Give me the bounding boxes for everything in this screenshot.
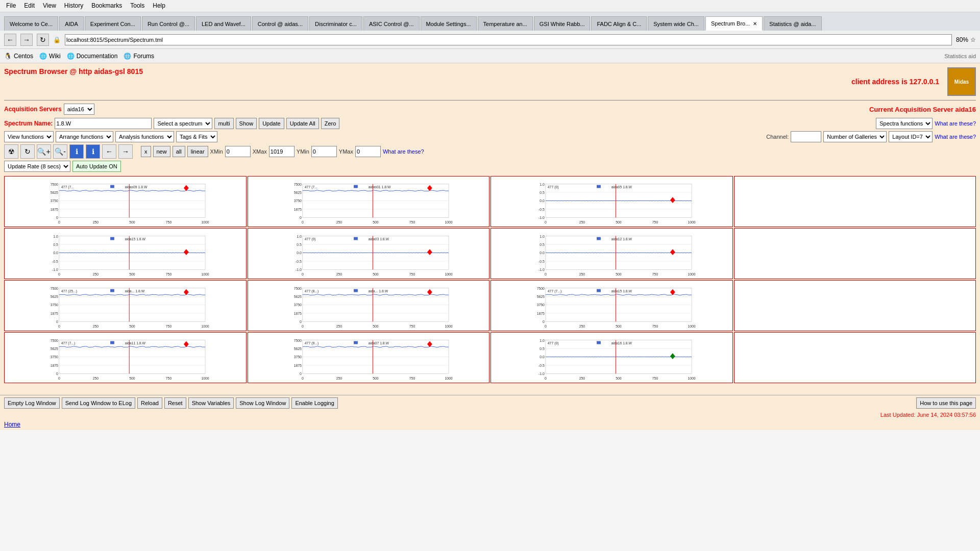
reload-button[interactable]: ↻: [37, 34, 49, 46]
menu-history[interactable]: History: [60, 1, 87, 11]
menu-tools[interactable]: Tools: [126, 1, 149, 11]
plot-cell-row1col0[interactable]: -1.0-0.50.00.51.002505007501000aida15 1.…: [4, 228, 247, 279]
back-button[interactable]: ←: [4, 34, 16, 46]
address-bar[interactable]: [65, 34, 952, 45]
empty-log-button[interactable]: Empty Log Window: [4, 397, 60, 409]
info-icon-btn[interactable]: ℹ: [69, 144, 84, 159]
zero-button[interactable]: Zero: [321, 118, 340, 129]
tab-spectrum[interactable]: Spectrum Bro...✕: [705, 16, 763, 31]
ymax-input[interactable]: [355, 146, 381, 157]
svg-text:0: 0: [58, 377, 60, 380]
zoom-in-icon-btn[interactable]: 🔍+: [37, 144, 51, 159]
bookmark-centos[interactable]: 🐧 Centos: [4, 53, 33, 60]
tab-asic[interactable]: ASIC Control @...: [363, 16, 420, 31]
auto-update-button[interactable]: Auto Update ON: [72, 161, 121, 172]
plot-cell-row1col1[interactable]: -1.0-0.50.00.51.002505007501000aida03 1.…: [248, 228, 490, 279]
radiation-icon-btn[interactable]: ☢: [4, 144, 18, 159]
plot-cell-row2col1[interactable]: 0187537505625750002505007501000aida... 1…: [248, 280, 490, 331]
plot-cell-row0col1[interactable]: 0187537505625750002505007501000aidas01 1…: [248, 176, 490, 227]
select-spectrum-dropdown[interactable]: Select a spectrum: [154, 118, 212, 129]
svg-text:500: 500: [129, 272, 135, 276]
tab-gsi[interactable]: GSI White Rabb...: [534, 16, 591, 31]
plot-cell-row3col2[interactable]: -1.0-0.50.00.51.002505007501000aida16 1.…: [491, 332, 733, 383]
plot-cell-row1col2[interactable]: -1.0-0.50.00.51.002505007501000aida12 1.…: [491, 228, 733, 279]
tab-aida[interactable]: AIDA: [59, 16, 84, 31]
menu-bookmarks[interactable]: Bookmarks: [87, 1, 126, 11]
home-link[interactable]: Home: [4, 421, 20, 428]
menu-edit[interactable]: Edit: [20, 1, 39, 11]
update-rate-select[interactable]: Update Rate (8 secs): [4, 161, 70, 172]
layout-id-select[interactable]: Layout ID=7: [889, 131, 933, 142]
ymin-input[interactable]: [311, 146, 337, 157]
spectra-functions-select[interactable]: Spectra functions: [876, 118, 933, 129]
tab-discriminator[interactable]: Discriminator c...: [309, 16, 362, 31]
page-title: Spectrum Browser @ http aidas-gsl 8015: [4, 67, 143, 76]
arrange-functions-select[interactable]: Arrange functions: [56, 131, 113, 142]
what-are-these-1[interactable]: What are these?: [935, 120, 976, 127]
update-button[interactable]: Update: [259, 118, 284, 129]
bookmark-wiki[interactable]: 🌐 Wiki: [39, 53, 61, 60]
send-log-button[interactable]: Send Log Window to ELog: [62, 397, 135, 409]
info2-icon-btn[interactable]: ℹ: [86, 144, 100, 159]
plot-cell-row3col3[interactable]: [734, 332, 976, 383]
xmax-input[interactable]: [269, 146, 295, 157]
plot-cell-row2col0[interactable]: 0187537505625750002505007501000aida... 1…: [4, 280, 247, 331]
show-variables-button[interactable]: Show Variables: [188, 397, 234, 409]
multi-button[interactable]: multi: [214, 118, 233, 129]
plot-cell-row0col2[interactable]: -1.0-0.50.00.51.002505007501000aida05 1.…: [491, 176, 733, 227]
menu-help[interactable]: Help: [149, 1, 169, 11]
plot-cell-row2col3[interactable]: [734, 280, 976, 331]
show-log-button[interactable]: Show Log Window: [236, 397, 289, 409]
channel-input[interactable]: [791, 131, 821, 142]
bookmark-documentation[interactable]: 🌐 Documentation: [67, 53, 118, 60]
what-are-these-3[interactable]: What are these?: [383, 148, 424, 155]
menu-view[interactable]: View: [39, 1, 60, 11]
reload-page-button[interactable]: Reload: [137, 397, 162, 409]
svg-text:250: 250: [579, 377, 585, 380]
number-of-galleries-select[interactable]: Number of Galleries: [823, 131, 887, 142]
next-icon-btn[interactable]: →: [118, 144, 133, 159]
svg-text:477 (8...): 477 (8...): [304, 289, 318, 293]
tab-experiment[interactable]: Experiment Con...: [85, 16, 141, 31]
zoom-out-icon-btn[interactable]: 🔍-: [53, 144, 67, 159]
forward-button[interactable]: →: [20, 34, 33, 46]
plot-cell-row1col3[interactable]: [734, 228, 976, 279]
tab-control[interactable]: Control @ aidas...: [252, 16, 308, 31]
update-all-button[interactable]: Update All: [286, 118, 319, 129]
plot-cell-row3col0[interactable]: 0187537505625750002505007501000aida11 1.…: [4, 332, 247, 383]
spectrum-name-input[interactable]: [55, 118, 152, 129]
tab-temperature[interactable]: Temperature an...: [478, 16, 533, 31]
how-to-button[interactable]: How to use this page: [916, 397, 976, 409]
all-button[interactable]: all: [173, 146, 185, 157]
tab-statistics[interactable]: Statistics @ aida...: [764, 16, 821, 31]
tab-led[interactable]: LED and Wavef...: [196, 16, 251, 31]
tab-welcome[interactable]: Welcome to Ce...: [4, 16, 58, 31]
enable-logging-button[interactable]: Enable Logging: [291, 397, 337, 409]
view-functions-select[interactable]: View functions: [4, 131, 54, 142]
refresh-icon-btn[interactable]: ↻: [20, 144, 35, 159]
spectrum-name-label: Spectrum Name:: [4, 120, 53, 127]
plot-cell-row0col0[interactable]: 0187537505625750002505007501000aidas09 1…: [4, 176, 247, 227]
tab-run-control[interactable]: Run Control @...: [142, 16, 195, 31]
tab-close-icon[interactable]: ✕: [753, 21, 757, 27]
tab-fadc[interactable]: FADC Align & C...: [591, 16, 647, 31]
linear-button[interactable]: linear: [187, 146, 208, 157]
x-button[interactable]: x: [141, 146, 151, 157]
new-button[interactable]: new: [153, 146, 170, 157]
menu-file[interactable]: File: [2, 1, 20, 11]
reset-button[interactable]: Reset: [164, 397, 186, 409]
bookmark-forums[interactable]: 🌐 Forums: [124, 53, 154, 60]
prev-icon-btn[interactable]: ←: [102, 144, 116, 159]
bookmark-star-icon[interactable]: ☆: [970, 36, 976, 43]
plot-cell-row2col2[interactable]: 0187537505625750002505007501000aida15 1.…: [491, 280, 733, 331]
xmin-input[interactable]: [225, 146, 251, 157]
plot-cell-row0col3[interactable]: [734, 176, 976, 227]
acquisition-server-select[interactable]: aida16: [64, 104, 94, 115]
tab-syswide[interactable]: System wide Ch...: [648, 16, 704, 31]
plot-cell-row3col1[interactable]: 0187537505625750002505007501000aida07 1.…: [248, 332, 490, 383]
what-are-these-2[interactable]: What are these?: [935, 134, 976, 140]
show-button[interactable]: Show: [236, 118, 257, 129]
tab-module[interactable]: Module Settings...: [421, 16, 477, 31]
analysis-functions-select[interactable]: Analysis functions: [115, 131, 174, 142]
tags-fits-select[interactable]: Tags & Fits: [176, 131, 217, 142]
